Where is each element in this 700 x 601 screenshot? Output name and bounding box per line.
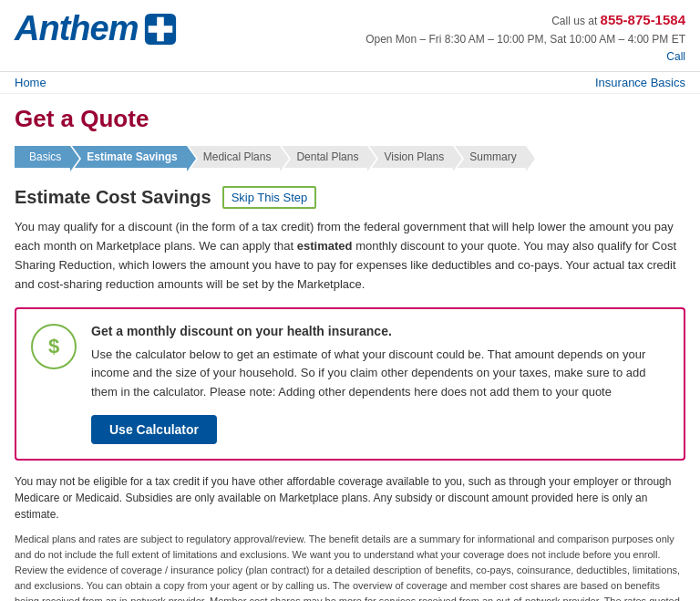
step-summary[interactable]: Summary: [455, 146, 525, 168]
skip-link[interactable]: Skip This Step: [222, 186, 317, 209]
anthem-logo-icon: [143, 12, 178, 47]
intro-paragraph: You may qualify for a discount (in the f…: [15, 218, 685, 294]
home-link[interactable]: Home: [15, 76, 46, 89]
insurance-basics-link[interactable]: Insurance Basics: [595, 76, 685, 89]
logo-text: Anthem: [15, 9, 138, 48]
discount-content: Get a monthly discount on your health in…: [91, 324, 669, 444]
logo-area: Anthem: [15, 9, 178, 48]
footer-note: You may not be eligible for a tax credit…: [15, 473, 685, 523]
section-title: Estimate Cost Savings: [15, 187, 211, 208]
dollar-icon: $: [31, 324, 77, 369]
discount-title: Get a monthly discount on your health in…: [91, 324, 669, 338]
steps-bar: Basics Estimate Savings Medical Plans De…: [0, 140, 700, 177]
step-basics[interactable]: Basics: [15, 146, 70, 168]
step-estimate-savings[interactable]: Estimate Savings: [72, 146, 186, 168]
svg-rect-2: [149, 26, 173, 33]
hours-line: Open Mon – Fri 8:30 AM – 10:00 PM, Sat 1…: [365, 31, 685, 48]
page-title: Get a Quote: [0, 94, 700, 140]
call-link[interactable]: Call: [666, 50, 685, 63]
main-content: Estimate Cost Savings Skip This Step You…: [0, 177, 700, 601]
header: Anthem Call us at 855-875-1584 Open Mon …: [0, 0, 700, 72]
step-dental-plans[interactable]: Dental Plans: [282, 146, 367, 168]
step-vision-plans[interactable]: Vision Plans: [369, 146, 453, 168]
phone-number: 855-875-1584: [601, 12, 685, 27]
step-medical-plans[interactable]: Medical Plans: [189, 146, 281, 168]
discount-body: Use the calculator below to get an estim…: [91, 346, 669, 402]
discount-box: $ Get a monthly discount on your health …: [15, 307, 685, 461]
section-header: Estimate Cost Savings Skip This Step: [15, 186, 685, 209]
nav-bar: Home Insurance Basics: [0, 72, 700, 94]
contact-line: Call us at 855-875-1584: [365, 9, 685, 31]
footer-disclaimer: Medical plans and rates are subject to r…: [15, 532, 685, 601]
contact-info: Call us at 855-875-1584 Open Mon – Fri 8…: [365, 9, 685, 66]
use-calculator-button[interactable]: Use Calculator: [91, 415, 217, 444]
